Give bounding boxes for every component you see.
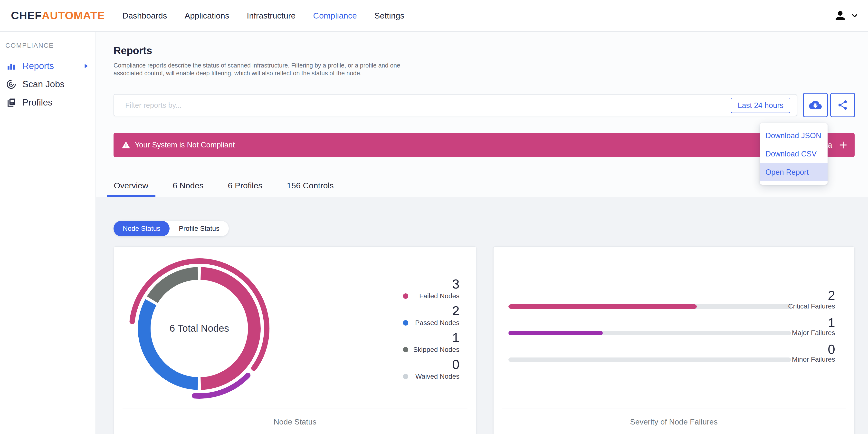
major-failures-label: Major Failures	[755, 329, 835, 337]
legend-label: Failed Nodes	[408, 292, 460, 300]
waived-nodes-count: 0	[403, 358, 460, 371]
bar-fill	[508, 331, 603, 335]
bar-fill	[508, 304, 697, 309]
severity-caption: Severity of Node Failures	[494, 417, 854, 427]
chef-automate-logo[interactable]: CHEFAUTOMATE	[11, 9, 105, 22]
tab-nodes[interactable]: 6 Nodes	[166, 180, 211, 197]
legend-item-skipped: 1 Skipped Nodes	[403, 331, 460, 354]
status-toggle: Node Status Profile Status	[114, 221, 229, 236]
sidebar-item-scan-jobs[interactable]: Scan Jobs	[0, 75, 95, 93]
sidebar-section-label: COMPLIANCE	[5, 42, 95, 50]
failed-nodes-count: 3	[403, 277, 460, 290]
legend-label: Passed Nodes	[408, 319, 460, 327]
download-dropdown-menu: Download JSON Download CSV Open Report	[760, 123, 828, 185]
node-status-legend: 3 Failed Nodes 2 Passed Nodes 1 Skipped …	[403, 277, 460, 384]
minor-failures-bar	[508, 358, 791, 362]
plus-icon[interactable]	[839, 141, 848, 150]
user-profile-icon[interactable]	[833, 9, 847, 23]
node-status-card: 6 Total Nodes 3 Failed Nodes 2 Passed No…	[114, 246, 476, 434]
legend-label: Skipped Nodes	[408, 346, 460, 353]
filter-reports-input[interactable]	[114, 95, 723, 116]
nav-compliance[interactable]: Compliance	[313, 11, 357, 21]
sidebar-item-reports[interactable]: Reports	[0, 57, 95, 75]
bar-chart-icon	[6, 61, 17, 71]
donut-center-label: 6 Total Nodes	[163, 323, 236, 334]
main-content: Reports Compliance reports describe the …	[96, 32, 868, 434]
legend-item-passed: 2 Passed Nodes	[403, 304, 460, 327]
chevron-right-icon	[83, 63, 89, 69]
warning-icon	[122, 141, 130, 149]
nav-applications[interactable]: Applications	[185, 11, 229, 21]
passed-nodes-count: 2	[403, 304, 460, 317]
major-failures-count: 1	[755, 316, 835, 329]
minor-failures-label: Minor Failures	[755, 355, 835, 363]
documents-icon	[6, 97, 17, 108]
nav-dashboards[interactable]: Dashboards	[122, 11, 167, 21]
skipped-dot-icon	[403, 347, 408, 352]
compliance-sidebar: COMPLIANCE Reports Scan Jobs	[0, 32, 95, 434]
menu-item-download-json[interactable]: Download JSON	[760, 126, 828, 145]
menu-item-download-csv[interactable]: Download CSV	[760, 145, 828, 163]
top-navigation-bar: CHEFAUTOMATE Dashboards Applications Inf…	[0, 0, 868, 32]
critical-failures-bar	[508, 304, 791, 309]
non-compliant-banner: Your System is Not Compliant ta	[114, 133, 855, 157]
sidebar-item-label: Reports	[23, 61, 54, 71]
primary-nav: Dashboards Applications Infrastructure C…	[122, 11, 404, 21]
tab-overview[interactable]: Overview	[107, 180, 155, 197]
nav-infrastructure[interactable]: Infrastructure	[247, 11, 296, 21]
share-icon	[837, 99, 848, 111]
nav-settings[interactable]: Settings	[374, 11, 404, 21]
card-divider	[502, 408, 845, 408]
filter-bar: Last 24 hours	[114, 94, 797, 116]
critical-failures-label: Critical Failures	[755, 302, 835, 310]
skipped-nodes-count: 1	[403, 331, 460, 344]
failed-dot-icon	[403, 293, 408, 299]
major-failures-bar	[508, 331, 791, 335]
waived-dot-icon	[403, 374, 408, 379]
toggle-profile-status[interactable]: Profile Status	[169, 221, 229, 236]
page-description: Compliance reports describe the status o…	[114, 61, 418, 77]
logo-chef: CHEF	[11, 9, 42, 22]
sidebar-item-label: Profiles	[23, 97, 52, 108]
logo-automate: AUTOMATE	[42, 9, 105, 22]
node-status-caption: Node Status	[114, 417, 476, 427]
passed-dot-icon	[403, 320, 408, 326]
scan-radar-icon	[6, 79, 17, 90]
report-tabs: Overview 6 Nodes 6 Profiles 156 Controls	[107, 180, 351, 197]
download-report-button[interactable]	[803, 93, 828, 117]
sidebar-item-label: Scan Jobs	[23, 79, 65, 89]
severity-card: 2 Critical Failures 1 Major Failures 0 M…	[493, 246, 855, 434]
share-report-button[interactable]	[830, 93, 855, 117]
legend-item-waived: 0 Waived Nodes	[403, 358, 460, 381]
card-divider	[123, 408, 467, 408]
menu-item-open-report[interactable]: Open Report	[760, 163, 828, 181]
overview-panel: Node Status Profile Status 6 Total Nodes…	[96, 197, 868, 434]
legend-label: Waived Nodes	[408, 373, 460, 380]
page-title: Reports	[114, 45, 152, 57]
chevron-down-icon[interactable]	[851, 12, 858, 19]
tab-controls[interactable]: 156 Controls	[280, 180, 341, 197]
banner-message: Your System is Not Compliant	[135, 141, 235, 149]
toggle-node-status[interactable]: Node Status	[114, 221, 169, 236]
user-menu[interactable]	[833, 9, 858, 23]
time-range-button[interactable]: Last 24 hours	[731, 98, 790, 113]
sidebar-item-profiles[interactable]: Profiles	[0, 93, 95, 112]
minor-failures-count: 0	[755, 343, 835, 356]
cloud-download-icon	[809, 99, 822, 111]
legend-item-failed: 3 Failed Nodes	[403, 277, 460, 300]
donut-segment-passed-nodes	[144, 302, 198, 383]
tab-profiles[interactable]: 6 Profiles	[221, 180, 270, 197]
critical-failures-count: 2	[755, 289, 835, 302]
